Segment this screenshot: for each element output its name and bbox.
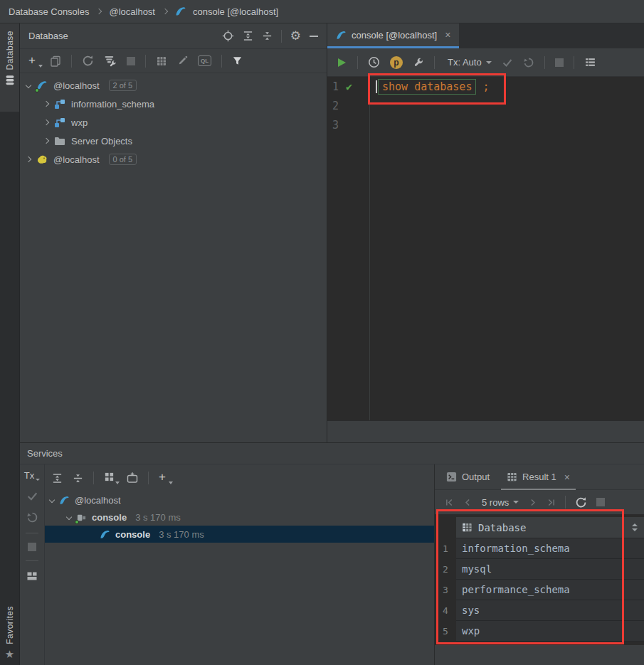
commit-check-icon[interactable] xyxy=(502,57,513,68)
column-name: Database xyxy=(478,522,526,533)
table-row[interactable]: 3performance_schema xyxy=(435,580,644,600)
tree-row-wxp[interactable]: wxp xyxy=(20,113,327,132)
tab-result-1[interactable]: Result 1 × xyxy=(501,464,576,489)
table-row[interactable]: 5wxp xyxy=(435,621,644,642)
sort-icon[interactable] xyxy=(632,523,638,531)
commit-check-icon[interactable] xyxy=(26,490,38,502)
row-number[interactable]: 4 xyxy=(435,600,456,621)
toolbar-separator xyxy=(148,472,149,484)
stripe-database-label: Database xyxy=(5,31,15,70)
tab-output[interactable]: Output xyxy=(440,464,495,489)
close-icon[interactable]: × xyxy=(445,30,450,40)
duplicate-icon[interactable] xyxy=(50,55,61,67)
tree-row-localhost-mysql[interactable]: @localhost 2 of 5 xyxy=(20,76,327,95)
toolbar-separator xyxy=(281,30,282,43)
edit-pencil-icon[interactable] xyxy=(177,55,188,66)
cell-database-value[interactable]: sys xyxy=(456,600,644,621)
tree-row-localhost-mariadb[interactable]: @localhost 0 of 5 xyxy=(20,150,327,169)
chevron-right-icon[interactable] xyxy=(26,156,31,162)
chevron-down-icon[interactable] xyxy=(66,514,72,520)
run-button[interactable] xyxy=(336,57,347,68)
chevron-right-icon[interactable] xyxy=(43,119,49,125)
wrench-icon[interactable] xyxy=(413,57,424,68)
executed-check-icon: ✔ xyxy=(346,80,352,93)
row-number[interactable]: 2 xyxy=(435,559,456,580)
rollback-icon[interactable] xyxy=(523,57,534,68)
tx-toggle[interactable]: Tx xyxy=(24,470,40,481)
open-in-new-frame-icon[interactable] xyxy=(127,472,138,484)
table-view-icon[interactable] xyxy=(156,55,167,67)
row-number[interactable]: 5 xyxy=(435,621,456,642)
sql-editor[interactable]: 1✔ 2 3 show databases ; xyxy=(327,77,644,420)
last-page-icon[interactable] xyxy=(547,498,556,507)
layout-windows-icon[interactable] xyxy=(26,570,38,582)
chevron-right-icon[interactable] xyxy=(43,101,49,107)
service-row-console-selected[interactable]: console 3 s 170 ms xyxy=(45,526,434,543)
star-icon: ★ xyxy=(5,649,14,659)
data-source-properties-icon[interactable] xyxy=(104,55,117,68)
console-ql-icon[interactable]: QL xyxy=(198,55,211,66)
column-header-database[interactable]: Database xyxy=(456,517,644,538)
cell-database-value[interactable]: wxp xyxy=(456,621,644,642)
row-number[interactable]: 3 xyxy=(435,580,456,600)
database-panel-title: Database xyxy=(28,31,68,41)
rollback-icon[interactable] xyxy=(26,511,38,523)
cell-database-value[interactable]: performance_schema xyxy=(456,580,644,600)
refresh-icon[interactable] xyxy=(575,496,587,509)
first-page-icon[interactable] xyxy=(445,498,454,507)
view-mode-grid-button[interactable] xyxy=(104,472,117,484)
services-toolbar: + xyxy=(45,464,434,491)
schema-icon xyxy=(54,117,65,128)
expand-all-icon[interactable] xyxy=(52,473,63,484)
service-row-console-session[interactable]: console 3 s 170 ms xyxy=(45,509,434,526)
breadcrumb-database-consoles[interactable]: Database Consoles xyxy=(9,6,89,17)
page-size-dropdown[interactable]: 5 rows xyxy=(482,497,519,508)
row-number-header xyxy=(435,517,456,538)
stop-icon[interactable] xyxy=(28,543,36,551)
session-icon xyxy=(76,512,87,523)
service-row-localhost[interactable]: @localhost xyxy=(45,491,434,509)
gear-icon[interactable]: ⚙ xyxy=(290,31,301,42)
history-clock-icon[interactable] xyxy=(368,56,380,68)
close-icon[interactable]: × xyxy=(564,472,570,482)
collapse-all-icon[interactable] xyxy=(73,473,83,484)
add-data-source-button[interactable]: + xyxy=(28,55,40,68)
filter-icon[interactable] xyxy=(232,55,243,66)
table-row[interactable]: 4sys xyxy=(435,600,644,621)
stop-icon[interactable] xyxy=(555,58,564,67)
tree-row-server-objects[interactable]: Server Objects xyxy=(20,132,327,150)
cell-database-value[interactable]: information_schema xyxy=(456,538,644,559)
refresh-icon[interactable] xyxy=(82,55,94,67)
breadcrumb-localhost[interactable]: @localhost xyxy=(109,6,155,17)
stripe-button-favorites[interactable]: Favorites ★ xyxy=(0,606,19,664)
chevron-down-icon[interactable] xyxy=(26,83,31,88)
stop-icon[interactable] xyxy=(596,498,605,506)
mysql-dolphin-icon xyxy=(100,529,110,540)
code-line-1[interactable]: show databases ; xyxy=(370,77,644,96)
cell-database-value[interactable]: mysql xyxy=(456,559,644,580)
table-row[interactable]: 1information_schema xyxy=(435,538,644,559)
previous-page-icon[interactable] xyxy=(463,498,473,507)
next-page-icon[interactable] xyxy=(528,498,537,507)
row-number[interactable]: 1 xyxy=(435,538,456,559)
hide-panel-icon[interactable] xyxy=(310,36,318,37)
table-row[interactable]: 2mysql xyxy=(435,559,644,580)
locate-icon[interactable] xyxy=(222,30,234,42)
parameters-icon[interactable]: p xyxy=(390,56,403,69)
duration-label: 3 s 170 ms xyxy=(159,529,204,540)
collapse-all-icon[interactable] xyxy=(262,31,273,41)
result-pane: Output Result 1 × 5 rows xyxy=(434,464,644,665)
chevron-down-icon[interactable] xyxy=(49,497,55,503)
expand-all-icon[interactable] xyxy=(243,31,253,41)
tree-row-information-schema[interactable]: information_schema xyxy=(20,95,327,113)
stop-icon[interactable] xyxy=(127,57,135,65)
tx-mode-dropdown[interactable]: Tx: Auto xyxy=(448,57,492,68)
output-options-icon[interactable] xyxy=(584,56,596,68)
add-service-button[interactable]: + xyxy=(159,472,170,484)
stripe-button-database[interactable]: Database xyxy=(0,23,19,112)
chevron-right-icon[interactable] xyxy=(43,138,49,144)
breadcrumb-console[interactable]: console [@localhost] xyxy=(193,6,278,17)
tab-console-localhost[interactable]: console [@localhost] × xyxy=(327,23,459,48)
result-pager: 5 rows xyxy=(435,490,644,514)
code-area[interactable]: show databases ; xyxy=(370,77,644,420)
